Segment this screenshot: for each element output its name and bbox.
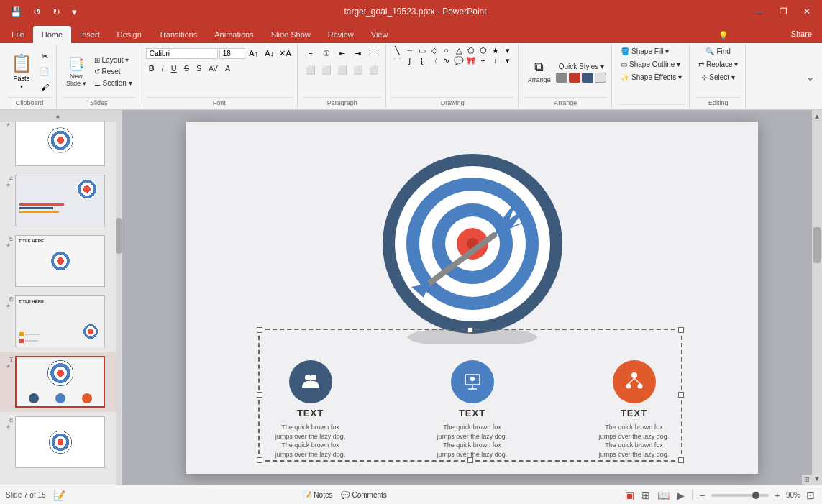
strikethrough-button[interactable]: S [181,63,192,74]
tab-transitions[interactable]: Transitions [150,26,206,43]
replace-button[interactable]: ⇄ Replace ▾ [695,59,741,70]
panel-scrollbar[interactable] [116,110,122,485]
shape-outline-button[interactable]: ▭ Shape Outline ▾ [618,59,683,70]
fit-to-window-button[interactable]: ⊡ [805,488,816,503]
shape-diamond[interactable]: ◇ [429,46,440,55]
tab-animations[interactable]: Animations [206,26,262,43]
shape-plus[interactable]: + [478,56,489,67]
numbering-button[interactable]: ① [319,46,334,60]
close-button[interactable]: ✕ [798,5,816,18]
shape-hex[interactable]: ⬡ [478,46,489,55]
justify-button[interactable]: ⬜ [351,63,365,77]
align-center-button[interactable]: ⬜ [319,63,334,77]
shape-more[interactable]: ▾ [502,46,513,55]
tab-insert[interactable]: Insert [71,26,109,43]
shape-arc[interactable]: ⌒ [392,56,403,67]
new-slide-button[interactable]: 📑 NewSlide ▾ [63,50,90,93]
handle-tr[interactable] [678,327,684,333]
slide-notes-icon[interactable]: 📝 [52,488,67,503]
comments-button[interactable]: 💬 Comments [338,490,389,500]
slide-thumb-4[interactable]: 4 ★ [0,170,122,231]
slide-thumb-6[interactable]: 6 ★ TITLE HERE [0,291,122,352]
align-left-button[interactable]: ⬜ [303,63,318,77]
format-painter-button[interactable]: 🖌 [37,80,52,94]
panel-scroll-thumb[interactable] [116,218,122,254]
shadow-button[interactable]: S [193,63,204,74]
clear-format-button[interactable]: ✕A [278,46,293,60]
right-scrollbar[interactable]: ▲ ▼ [812,110,822,485]
zoom-slider[interactable] [711,494,769,497]
style-swatch-2[interactable] [569,73,580,83]
minimize-button[interactable]: — [749,5,770,18]
shape-wave[interactable]: ∿ [441,56,452,67]
style-swatch-4[interactable] [595,73,606,83]
shape-callout[interactable]: 💬 [453,56,465,67]
style-swatch-3[interactable] [582,73,593,83]
find-button[interactable]: 🔍 Find [703,46,733,57]
shape-pentagon[interactable]: ⬠ [465,46,477,55]
decrease-indent-button[interactable]: ⇤ [335,46,350,60]
reset-button[interactable]: ↺ Reset [91,66,135,77]
shape-brace[interactable]: 〈 [429,56,440,67]
slide-thumb-7[interactable]: 7 ★ [0,352,122,412]
handle-tl[interactable] [257,327,262,333]
style-swatch-1[interactable] [556,73,567,83]
cut-button[interactable]: ✂ [37,50,52,64]
redo-button[interactable]: ↻ [48,5,65,19]
scroll-up-btn[interactable]: ▲ [811,110,822,122]
notes-button[interactable]: 📝 Notes [300,490,335,500]
share-button[interactable]: Share [784,27,819,40]
increase-indent-button[interactable]: ⇥ [351,46,365,60]
tab-file[interactable]: File [3,26,33,43]
font-size-field[interactable]: 18 [219,48,245,59]
tab-slideshow[interactable]: Slide Show [262,26,319,43]
tab-design[interactable]: Design [109,26,150,43]
shape-ellipse[interactable]: ○ [441,46,452,55]
shape-curve[interactable]: ∫ [404,56,416,67]
tab-review[interactable]: Review [319,26,362,43]
font-name-field[interactable]: Calibri [146,48,218,59]
ribbon-expand-button[interactable]: ⌄ [805,70,815,83]
zoom-slider-thumb[interactable] [752,492,759,499]
columns-button[interactable]: ⋮⋮ [367,46,381,60]
slide-thumb-8[interactable]: 8 ★ [0,412,122,472]
right-scroll-thumb[interactable] [813,227,821,263]
corner-resize[interactable]: ⊞ [802,475,812,485]
smart-art-button[interactable]: ⬜ [367,63,381,77]
slideshow-view-button[interactable]: ▶ [675,488,686,503]
select-button[interactable]: ⊹ Select ▾ [698,72,738,83]
layout-button[interactable]: ⊞ Layout ▾ [91,55,135,65]
char-spacing-button[interactable]: AV [206,63,221,74]
panel-scroll-up[interactable]: ▲ [0,110,116,122]
shape-fill-button[interactable]: 🪣 Shape Fill ▾ [618,46,672,57]
shape-down[interactable]: ↓ [490,56,501,67]
slide-thumb-5[interactable]: 5 ★ TITLE HERE [0,231,122,291]
shape-line[interactable]: ╲ [392,46,403,55]
quick-styles-button[interactable]: Quick Styles ▾ [556,61,607,72]
slide-sorter-button[interactable]: ⊞ [640,488,652,503]
bullets-button[interactable]: ≡ [303,46,318,60]
font-color-button[interactable]: A [222,63,233,74]
zoom-out-button[interactable]: − [698,488,707,503]
section-button[interactable]: ☰ Section ▾ [91,78,135,88]
shape-arrow-right[interactable]: → [404,46,416,55]
bold-button[interactable]: B [146,63,157,74]
italic-button[interactable]: I [159,63,167,74]
customize-qat-button[interactable]: ▾ [68,5,81,19]
paste-button[interactable]: 📋 Paste ▾ [7,51,36,93]
shape-bracket[interactable]: { [416,56,428,67]
increase-font-button[interactable]: A↑ [247,46,261,60]
save-button[interactable]: 💾 [6,5,26,19]
copy-button[interactable]: 📄 [37,65,52,79]
decrease-font-button[interactable]: A↓ [262,46,277,60]
zoom-in-button[interactable]: + [773,488,782,503]
office-tutorials-button[interactable]: 💡 Office Tutorials [718,31,783,40]
shape-ribbon[interactable]: 🎀 [465,56,477,67]
tab-view[interactable]: View [362,26,397,43]
align-right-button[interactable]: ⬜ [335,63,350,77]
normal-view-button[interactable]: ▣ [624,488,636,503]
underline-button[interactable]: U [168,63,180,74]
handle-tm[interactable] [467,327,473,333]
reading-view-button[interactable]: 📖 [656,488,671,503]
restore-button[interactable]: ❐ [774,5,793,18]
